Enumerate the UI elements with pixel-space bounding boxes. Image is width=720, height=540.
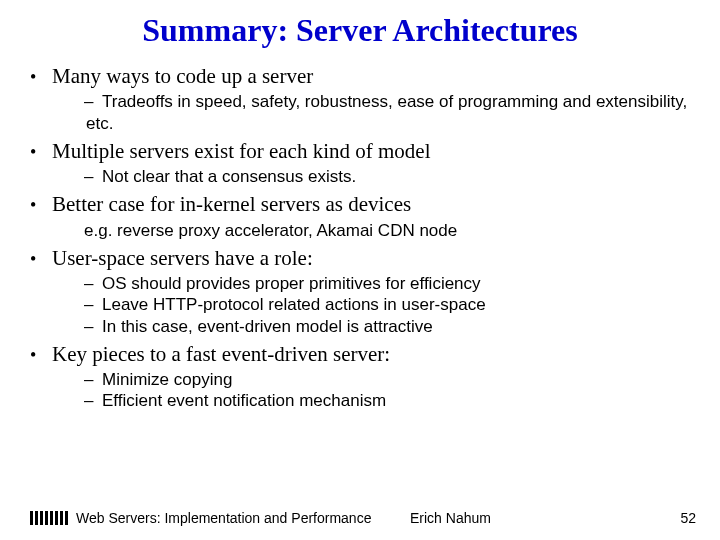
footer-title: Web Servers: Implementation and Performa… — [76, 510, 371, 526]
list-item: Key pieces to a fast event-driven server… — [44, 341, 690, 412]
list-item: In this case, event-driven model is attr… — [86, 316, 690, 337]
page-number: 52 — [680, 510, 696, 526]
bullet-text: Many ways to code up a server — [52, 64, 313, 88]
list-item: Better case for in-kernel servers as dev… — [44, 191, 690, 241]
bullet-list: Many ways to code up a server Tradeoffs … — [30, 63, 690, 412]
sub-text: In this case, event-driven model is attr… — [102, 317, 433, 336]
list-item: Tradeoffs in speed, safety, robustness, … — [86, 91, 690, 134]
bullet-text: User-space servers have a role: — [52, 246, 313, 270]
footer-author: Erich Nahum — [410, 510, 491, 526]
bullet-text: Key pieces to a fast event-driven server… — [52, 342, 390, 366]
bullet-text: Better case for in-kernel servers as dev… — [52, 192, 411, 216]
sub-plain: e.g. reverse proxy accelerator, Akamai C… — [44, 220, 690, 241]
slide-title: Summary: Server Architectures — [30, 12, 690, 49]
sub-list: Tradeoffs in speed, safety, robustness, … — [44, 91, 690, 134]
ibm-logo-icon — [30, 511, 68, 525]
list-item: Multiple servers exist for each kind of … — [44, 138, 690, 188]
list-item: Leave HTTP-protocol related actions in u… — [86, 294, 690, 315]
sub-list: Minimize copying Efficient event notific… — [44, 369, 690, 412]
list-item: Efficient event notification mechanism — [86, 390, 690, 411]
footer: Web Servers: Implementation and Performa… — [0, 510, 720, 526]
sub-list: OS should provides proper primitives for… — [44, 273, 690, 337]
sub-text: OS should provides proper primitives for… — [102, 274, 481, 293]
sub-text: Not clear that a consensus exists. — [102, 167, 356, 186]
list-item: Not clear that a consensus exists. — [86, 166, 690, 187]
sub-text: Efficient event notification mechanism — [102, 391, 386, 410]
list-item: Many ways to code up a server Tradeoffs … — [44, 63, 690, 134]
sub-text: Leave HTTP-protocol related actions in u… — [102, 295, 486, 314]
sub-text: Minimize copying — [102, 370, 232, 389]
sub-list: Not clear that a consensus exists. — [44, 166, 690, 187]
list-item: Minimize copying — [86, 369, 690, 390]
list-item: OS should provides proper primitives for… — [86, 273, 690, 294]
bullet-text: Multiple servers exist for each kind of … — [52, 139, 430, 163]
list-item: User-space servers have a role: OS shoul… — [44, 245, 690, 337]
sub-text: Tradeoffs in speed, safety, robustness, … — [86, 92, 687, 132]
